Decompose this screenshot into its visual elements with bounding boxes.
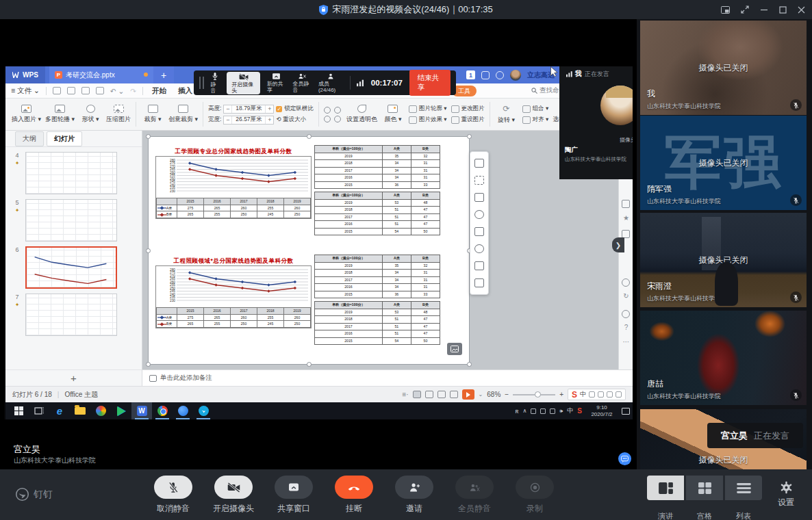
crop-button[interactable]: 裁剪 ▾ xyxy=(139,105,166,124)
record-button[interactable]: 录制 xyxy=(516,476,554,515)
share-new-share-button[interactable]: 新的共享 xyxy=(267,73,286,93)
media-player-icon[interactable] xyxy=(111,402,131,419)
unmute-button[interactable]: 取消静音 xyxy=(154,476,192,515)
print-preview-icon[interactable] xyxy=(96,87,104,94)
participant-tile-me[interactable]: 摄像头已关闭 我 山东科技大学泰山科技学院 xyxy=(640,21,807,115)
color-button[interactable]: 颜色 ▾ xyxy=(379,105,407,124)
zoom-percent[interactable]: 68% xyxy=(487,391,500,398)
new-slide-button[interactable]: + xyxy=(5,369,142,386)
slides-tab[interactable]: 幻灯片 xyxy=(47,131,82,146)
tray-ime[interactable]: 中 xyxy=(567,406,573,415)
tray-icon[interactable] xyxy=(531,408,536,414)
file-explorer-icon[interactable] xyxy=(70,402,90,419)
view-grid-button[interactable]: 宫格 xyxy=(686,476,723,500)
share-members-button[interactable]: 成员(24/46) xyxy=(318,73,343,93)
ime-mode[interactable]: 中 xyxy=(580,390,586,399)
action-center-icon[interactable] xyxy=(622,408,630,415)
dingtalk-taskbar-icon[interactable] xyxy=(193,402,214,419)
replace-image-tool-icon[interactable] xyxy=(474,261,484,270)
chat-button[interactable] xyxy=(618,452,631,465)
share-window-button[interactable]: 共享窗口 xyxy=(275,476,313,515)
layers-tool-icon[interactable] xyxy=(474,159,484,168)
more-icon[interactable]: ⋯ xyxy=(619,338,633,346)
wps-logo[interactable]: WPS xyxy=(5,66,45,83)
tray-icon[interactable] xyxy=(540,408,546,414)
selection-handle[interactable] xyxy=(146,248,151,253)
zoom-knob[interactable] xyxy=(535,391,541,398)
ribbon-tab-insert[interactable]: 插入 xyxy=(175,86,195,96)
compress-picture-button[interactable]: 压缩图片 xyxy=(104,105,133,124)
slide-sorter-view-icon[interactable] xyxy=(425,391,433,398)
wps-document-tab[interactable]: P考研交流会.pptx xyxy=(49,66,153,83)
edge-icon[interactable]: e xyxy=(49,402,70,419)
selection-handle[interactable] xyxy=(307,134,312,139)
save-icon[interactable] xyxy=(53,87,61,94)
notes-placeholder[interactable]: 单击此处添加备注 xyxy=(142,369,633,386)
slide-thumb-7[interactable]: 7✦ xyxy=(12,294,142,336)
slideshow-play-button[interactable] xyxy=(462,389,474,400)
view-list-button[interactable]: 列表 xyxy=(725,476,762,500)
thumbnail-image[interactable] xyxy=(25,294,117,336)
browser-360-icon[interactable] xyxy=(90,402,111,419)
wps-skin-icon[interactable] xyxy=(496,71,504,79)
tray-sogou[interactable]: S xyxy=(577,407,582,415)
end-share-button[interactable]: 结束共享 xyxy=(409,70,451,96)
thumbnail-image[interactable] xyxy=(25,152,117,194)
chrome-taskbar-icon[interactable] xyxy=(152,402,173,419)
wps-message-badge[interactable]: 1 xyxy=(466,70,475,79)
rotate-button[interactable]: ⟳旋转 ▾ xyxy=(493,104,520,125)
start-button[interactable] xyxy=(8,402,29,419)
align-button[interactable]: 对齐 ▾ xyxy=(522,116,549,124)
share-camera-button[interactable]: 开启摄像头 xyxy=(227,72,259,94)
view-speaker-button[interactable]: 演讲 xyxy=(647,476,684,500)
normal-view-icon[interactable] xyxy=(413,391,421,398)
drag-handle[interactable] xyxy=(199,77,204,89)
tray-icon[interactable] xyxy=(550,408,555,414)
zoom-in-button[interactable]: + xyxy=(559,391,563,398)
participant-tile-songyucheng[interactable]: 摄像头已关闭 宋雨澄 山东科技大学泰山科技学院 xyxy=(640,213,807,307)
clipboard-panel-icon[interactable] xyxy=(622,200,630,208)
theme-name[interactable]: Office 主题 xyxy=(64,390,98,400)
start-camera-button[interactable]: 开启摄像头 xyxy=(214,476,253,515)
slide-thumb-6-selected[interactable]: 6 xyxy=(12,246,142,289)
participant-tile-suijunqiang[interactable]: 军强 摄像头已关闭 隋军强 山东科技大学泰山科技学院 xyxy=(640,116,807,210)
picture-outline-button[interactable]: 图片轮廓 ▾ xyxy=(409,105,447,113)
selection-handle[interactable] xyxy=(467,362,472,367)
selection-handle[interactable] xyxy=(146,362,151,367)
width-stepper[interactable]: −26.57厘米+ xyxy=(223,116,274,125)
close-icon[interactable] xyxy=(798,6,805,14)
thumbnail-image[interactable] xyxy=(25,246,117,289)
width-plus[interactable]: + xyxy=(265,116,273,124)
rotate-tool-icon[interactable] xyxy=(474,244,484,253)
insert-picture-button[interactable]: 插入图片 ▾ xyxy=(10,105,43,124)
wps-taskbar-icon[interactable]: W xyxy=(131,402,152,419)
share-mute-all-button[interactable]: 全员静音 xyxy=(292,73,312,93)
ime-punct-icon[interactable] xyxy=(589,391,595,398)
selection-handle[interactable] xyxy=(467,134,472,139)
help-icon[interactable]: ? xyxy=(619,324,633,331)
mute-all-button[interactable]: 全员静音 xyxy=(455,476,494,515)
zoom-slider[interactable] xyxy=(513,394,555,395)
ime-mic-icon[interactable] xyxy=(598,391,604,398)
more-tools-icon[interactable] xyxy=(474,278,484,287)
refresh-icon[interactable]: ↻ xyxy=(619,292,633,300)
speaker-icon[interactable] xyxy=(622,278,630,287)
fullscreen-icon[interactable] xyxy=(741,5,749,14)
crop-tool-icon[interactable] xyxy=(474,176,484,185)
minimize-icon[interactable] xyxy=(760,5,768,14)
maximize-icon[interactable] xyxy=(779,6,787,14)
share-mute-button[interactable]: 静音 xyxy=(211,72,220,94)
wps-user-avatar[interactable] xyxy=(510,70,521,81)
clock-icon[interactable] xyxy=(622,310,630,318)
print-icon[interactable] xyxy=(81,87,90,94)
new-tab-button[interactable]: + xyxy=(153,66,174,83)
notes-toggle-icon[interactable]: ≡· xyxy=(402,391,408,398)
transparent-color-button[interactable]: 设置透明色 xyxy=(344,105,379,124)
favorites-star-icon[interactable]: ★ xyxy=(619,214,633,222)
ribbon-tab-start[interactable]: 开始 xyxy=(149,86,169,96)
shapes-button[interactable]: 形状 ▾ xyxy=(77,105,104,124)
slide-thumb-4[interactable]: 4✦ xyxy=(12,152,142,194)
extract-text-tool-icon[interactable] xyxy=(474,227,484,236)
group-button[interactable]: 组合 ▾ xyxy=(522,105,549,113)
settings-button[interactable]: 设置 xyxy=(772,476,800,508)
